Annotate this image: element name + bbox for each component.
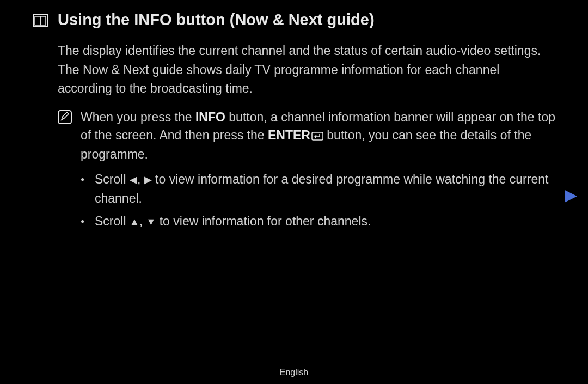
- up-arrow-icon: ▲: [130, 217, 139, 228]
- pencil-note-icon: [58, 110, 72, 124]
- down-arrow-icon: ▼: [146, 217, 156, 228]
- page-title: Using the INFO button (Now & Next guide): [58, 11, 375, 29]
- info-label: INFO: [195, 110, 225, 124]
- bullet-list: Scroll ◀, ▶ to view information for a de…: [81, 170, 555, 231]
- footer-language: English: [0, 368, 588, 377]
- note-text: When you press the INFO button, a channe…: [81, 108, 555, 163]
- left-arrow-icon: ◀: [130, 175, 137, 186]
- svg-rect-2: [312, 132, 323, 140]
- enter-icon: [311, 127, 323, 145]
- enter-label: ENTER: [268, 128, 310, 142]
- next-page-arrow[interactable]: ▶: [565, 185, 577, 204]
- bullet-item-2: Scroll ▲, ▼ to view information for othe…: [81, 212, 555, 231]
- note-block: When you press the INFO button, a channe…: [58, 108, 555, 163]
- bullet-item-1: Scroll ◀, ▶ to view information for a de…: [81, 170, 555, 208]
- intro-paragraph-1: The display identifies the current chann…: [58, 42, 555, 60]
- intro-paragraph-2: The Now & Next guide shows daily TV prog…: [58, 61, 555, 97]
- book-icon: [33, 14, 48, 27]
- title-row: Using the INFO button (Now & Next guide): [33, 11, 555, 29]
- right-arrow-icon: ▶: [144, 175, 152, 186]
